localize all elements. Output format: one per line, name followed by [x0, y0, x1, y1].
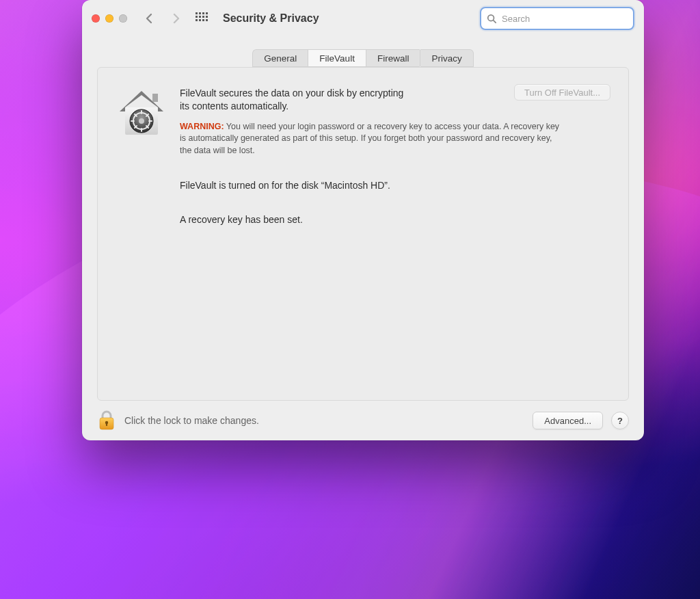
lock-button[interactable] [97, 410, 116, 431]
tab-content-filevault: Turn Off FileVault... [97, 67, 629, 401]
search-input[interactable] [500, 13, 628, 25]
filevault-description: FileVault secures the data on your disk … [180, 87, 412, 113]
search-field-wrap[interactable] [480, 7, 634, 30]
filevault-warning: WARNING: You will need your login passwo… [180, 121, 563, 157]
close-window-button[interactable] [92, 14, 100, 23]
warning-text: You will need your login password or a r… [180, 122, 559, 155]
tab-privacy[interactable]: Privacy [420, 49, 473, 67]
svg-rect-2 [202, 12, 204, 14]
turn-off-filevault-button[interactable]: Turn Off FileVault... [514, 84, 610, 101]
titlebar: Security & Privacy [82, 0, 644, 37]
show-all-button[interactable] [191, 9, 212, 28]
button-label: Turn Off FileVault... [524, 88, 600, 98]
svg-rect-4 [196, 16, 198, 18]
minimize-window-button[interactable] [105, 14, 113, 23]
svg-rect-0 [196, 12, 198, 14]
tab-label: Firewall [377, 53, 409, 64]
zoom-window-button[interactable] [119, 14, 127, 23]
help-button[interactable]: ? [611, 412, 629, 429]
svg-rect-30 [106, 423, 107, 426]
filevault-icon [116, 87, 167, 139]
warning-label: WARNING: [180, 122, 224, 131]
system-preferences-window: Security & Privacy General FileVault Fir… [82, 0, 644, 440]
svg-rect-6 [202, 16, 204, 18]
filevault-recovery-line: A recovery key has been set. [180, 214, 610, 225]
window-footer: Click the lock to make changes. Advanced… [82, 401, 644, 440]
back-button[interactable] [139, 9, 160, 28]
help-label: ? [617, 416, 623, 426]
chevron-left-icon [146, 13, 154, 24]
svg-rect-9 [199, 19, 201, 21]
svg-rect-8 [196, 19, 198, 21]
tab-general[interactable]: General [252, 49, 308, 67]
lock-icon [97, 410, 116, 431]
svg-line-13 [494, 21, 496, 23]
search-icon [487, 14, 496, 23]
filevault-status-line: FileVault is turned on for the disk “Mac… [180, 180, 610, 191]
window-controls [92, 14, 127, 23]
svg-point-27 [139, 118, 144, 124]
tab-label: General [264, 53, 297, 64]
svg-rect-1 [199, 12, 201, 14]
tab-filevault[interactable]: FileVault [308, 49, 366, 67]
page-title: Security & Privacy [223, 12, 319, 25]
lock-hint-text: Click the lock to make changes. [124, 415, 259, 426]
advanced-button[interactable]: Advanced... [533, 412, 603, 429]
forward-button[interactable] [165, 9, 186, 28]
svg-rect-3 [206, 12, 208, 14]
button-label: Advanced... [544, 416, 591, 426]
svg-rect-11 [206, 19, 208, 21]
svg-rect-10 [202, 19, 204, 21]
tab-bar: General FileVault Firewall Privacy [82, 49, 644, 67]
svg-rect-7 [206, 16, 208, 18]
chevron-right-icon [172, 13, 180, 24]
tab-label: Privacy [431, 53, 461, 64]
tab-label: FileVault [319, 53, 355, 64]
grid-icon [196, 12, 208, 25]
svg-rect-5 [199, 16, 201, 18]
svg-rect-15 [152, 94, 158, 102]
tab-firewall[interactable]: Firewall [366, 49, 420, 67]
